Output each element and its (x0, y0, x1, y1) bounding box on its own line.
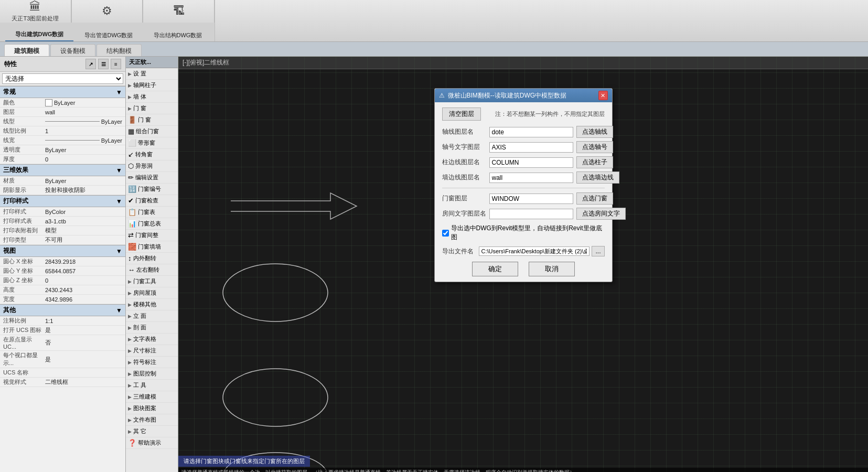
wall-layer-label: 墙边线图层名 (442, 173, 489, 182)
cad-viewport[interactable]: [-][俯视]二维线框 Y 请选择门窗图块或门窗线来指定门窗所在的图层 请选择普… (178, 57, 868, 472)
toolbar-struct[interactable]: 🏗 (143, 0, 215, 23)
menu-door-wall[interactable]: 🧱 门窗填墙 (126, 241, 178, 253)
menu-door-table[interactable]: 📋 门窗表 (126, 207, 178, 218)
field-row-col-layer: 柱边线图层名 点选柱子 (442, 156, 605, 168)
prop-ucs-icon: 打开 UCS 图标 是 (0, 326, 125, 335)
menu-text-table[interactable]: ▶ 文字表格 (126, 334, 178, 345)
arrange-icon: ⇄ (128, 231, 134, 239)
menu-room-roof[interactable]: ▶ 房间屋顶 (126, 287, 178, 299)
menu-blockimg-label: 图块图案 (133, 404, 156, 412)
mid-menu: 天正软... ▶ 设 置 ▶ 轴网柱子 ▶ 墙 体 ▶ 门 窗 🚪 门 窗 ▦ … (126, 57, 178, 472)
axis-layer-label: 轴线图层名 (442, 127, 489, 136)
interior-icon: ↕ (128, 254, 132, 262)
menu-door-total[interactable]: 📊 门窗总表 (126, 218, 178, 230)
field-row-door-layer: 门窗图层 点选门窗 (442, 192, 605, 205)
props-icon-1[interactable]: ↗ (85, 59, 96, 69)
corner-icon: ↙ (128, 151, 134, 158)
toolbar-mep[interactable]: ⚙ (71, 0, 143, 23)
top-toolbar: 🏛 天正T3图层前处理 ⚙ 🏗 导出建筑DWG数据 导出管道DWG数据 导出结构… (0, 0, 868, 42)
menu-door-tools[interactable]: ▶ 门窗工具 (126, 276, 178, 287)
props-icon-3[interactable]: ≡ (111, 59, 121, 69)
prop-printstyle: 打印样式 ByColor (0, 207, 125, 217)
menu-wall[interactable]: ▶ 墙 体 (126, 91, 178, 103)
menu-door-win2[interactable]: 🚪 门 窗 (126, 114, 178, 126)
wall-layer-input[interactable] (489, 173, 573, 183)
arrow-icon: ▶ (128, 71, 132, 77)
col-layer-btn[interactable]: 点选柱子 (576, 156, 613, 168)
prop-visual-style: 视觉样式 二维线框 (0, 378, 125, 387)
dialog-separator-1 (442, 188, 605, 188)
room-text-input[interactable] (489, 209, 573, 219)
door-layer-btn[interactable]: 点选门窗 (576, 192, 613, 205)
menu-settings[interactable]: ▶ 设 置 (126, 68, 178, 80)
menu-wall-label: 墙 体 (133, 93, 146, 101)
menu-door-win-label: 门 窗 (133, 104, 146, 112)
arrow-icon-9: ▶ (128, 325, 132, 330)
axis-text-input[interactable] (489, 142, 573, 153)
menu-edit-settings[interactable]: ✏ 编辑设置 (126, 172, 178, 184)
field-row-wall-layer: 墙边线图层名 点选墙边线 (442, 171, 605, 184)
export-checkbox[interactable] (442, 230, 449, 237)
menu-elevation-label: 立 面 (133, 312, 146, 320)
menu-section[interactable]: ▶ 剖 面 (126, 322, 178, 334)
mep-icon: ⚙ (102, 4, 112, 18)
menu-leftright[interactable]: ↔ 左右翻转 (126, 264, 178, 276)
menu-floor-other[interactable]: ▶ 楼梯其他 (126, 299, 178, 310)
menu-edit-label: 编辑设置 (135, 174, 158, 181)
menu-lr-label: 左右翻转 (136, 266, 159, 274)
menu-door-num[interactable]: 🔢 门窗编号 (126, 184, 178, 195)
wall-layer-btn[interactable]: 点选墙边线 (576, 171, 619, 184)
prop-cz: 圆心 Z 坐标 0 (0, 276, 125, 285)
axis-text-btn[interactable]: 点选轴号 (576, 141, 613, 153)
menu-dim[interactable]: ▶ 尺寸标注 (126, 345, 178, 357)
property-select[interactable]: 无选择 (2, 73, 123, 84)
dialog-close-button[interactable]: ✕ (598, 91, 608, 100)
clear-layers-button[interactable]: 清空图层 (442, 108, 481, 121)
menu-tools[interactable]: ▶ 工 具 (126, 380, 178, 391)
door-layer-input[interactable] (489, 194, 573, 204)
arrow-icon-5: ▶ (128, 279, 132, 284)
axis-layer-btn[interactable]: 点选轴线 (576, 126, 613, 138)
menu-block-img[interactable]: ▶ 图块图案 (126, 403, 178, 414)
menu-file-map[interactable]: ▶ 文件布图 (126, 414, 178, 426)
room-text-btn[interactable]: 点选房间文字 (576, 208, 626, 220)
menu-roomroof-label: 房间屋顶 (133, 289, 156, 297)
menu-3d-model[interactable]: ▶ 三维建模 (126, 391, 178, 403)
menu-door-check[interactable]: ✔ 门窗检查 (126, 195, 178, 207)
filepath-input[interactable] (479, 246, 590, 256)
section-general: 常规 ▼ (0, 86, 125, 98)
menu-corner-win[interactable]: ↙ 转角窗 (126, 149, 178, 160)
menu-help[interactable]: ❓ 帮助演示 (126, 437, 178, 449)
menu-axis[interactable]: ▶ 轴网柱子 (126, 80, 178, 91)
menu-interior[interactable]: ↕ 内外翻转 (126, 253, 178, 264)
tab-struct[interactable]: 结构翻模 (97, 44, 142, 56)
col-layer-input[interactable] (489, 157, 573, 168)
belt-icon: ⬜ (128, 139, 136, 147)
main-area: 特性 ↗ ☰ ≡ 无选择 常规 ▼ 颜色 ByLayer (0, 57, 868, 472)
menu-layer-ctrl[interactable]: ▶ 图层控制 (126, 368, 178, 380)
menu-door-win[interactable]: ▶ 门 窗 (126, 103, 178, 114)
menu-section-label: 剖 面 (133, 324, 146, 331)
tab-mep[interactable]: 设备翻模 (50, 44, 95, 56)
menu-symbol[interactable]: ▶ 符号标注 (126, 357, 178, 368)
menu-symbol-label: 符号标注 (133, 358, 156, 366)
menu-belt-win[interactable]: ⬜ 带形窗 (126, 137, 178, 149)
dialog-ok-button[interactable]: 确定 (472, 262, 518, 276)
filepath-browse-btn[interactable]: ... (592, 246, 604, 256)
menu-odd-win[interactable]: ⬡ 异形洞 (126, 160, 178, 172)
menu-combo-door[interactable]: ▦ 组合门窗 (126, 126, 178, 137)
menu-elevation[interactable]: ▶ 立 面 (126, 310, 178, 322)
dialog-cancel-button[interactable]: 取消 (529, 262, 575, 276)
toolbar-arch[interactable]: 🏛 天正T3图层前处理 (0, 0, 71, 23)
menu-layerctrl-label: 图层控制 (133, 370, 156, 378)
props-icon-2[interactable]: ☰ (98, 59, 109, 69)
menu-other2[interactable]: ▶ 其 它 (126, 426, 178, 437)
dialog-titlebar: ⚠ 微桩山BIM翻模--读取建筑DWG中模型数据 ✕ (435, 89, 612, 102)
axis-layer-input[interactable] (489, 127, 573, 137)
tab-arch[interactable]: 建筑翻模 (4, 44, 49, 56)
menu-door-arrange[interactable]: ⇄ 门窗间整 (126, 230, 178, 241)
dialog-btn-row: 确定 取消 (442, 262, 605, 276)
menu-total-label: 门窗总表 (138, 220, 161, 228)
section-other: 其他 ▼ (0, 304, 125, 316)
menu-arrange-label: 门窗间整 (135, 231, 158, 239)
